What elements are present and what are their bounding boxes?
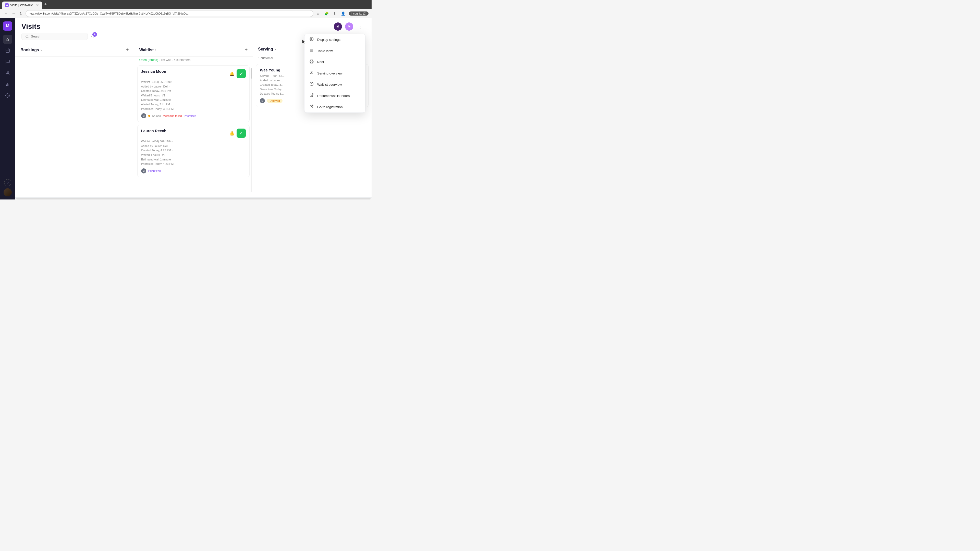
search-input[interactable] bbox=[31, 35, 82, 38]
extension-icon[interactable]: 🧩 bbox=[323, 11, 330, 17]
svg-point-11 bbox=[311, 38, 312, 40]
print-label: Print bbox=[317, 60, 324, 64]
dropdown-item-resume-waitlist-hours[interactable]: Resume waitlist hours bbox=[304, 90, 365, 101]
svg-point-4 bbox=[7, 71, 8, 73]
waitlist-chevron-icon: › bbox=[155, 48, 156, 52]
dropdown-item-serving-overview[interactable]: Serving overview bbox=[304, 68, 365, 79]
bookings-add-button[interactable]: + bbox=[126, 47, 129, 53]
org-logo[interactable]: M bbox=[3, 21, 12, 30]
more-options-button[interactable]: ⋮ bbox=[356, 22, 366, 30]
tab-close-button[interactable]: ✕ bbox=[36, 3, 39, 7]
dropdown-item-print[interactable]: Print bbox=[304, 56, 365, 68]
check-button-jessica[interactable]: ✓ bbox=[237, 69, 246, 78]
active-tab[interactable]: W Visits | Waitwhile ✕ bbox=[2, 2, 42, 9]
dropdown-item-waitlist-overview[interactable]: Waitlist overview bbox=[304, 79, 365, 90]
card-details-lauren: Waitlist · (484) 569-1184 · Added by Lau… bbox=[141, 139, 246, 166]
new-tab-button[interactable]: + bbox=[44, 2, 47, 7]
scrollbar-thumb bbox=[251, 68, 252, 79]
svg-point-9 bbox=[26, 35, 28, 37]
scrollbar-track bbox=[251, 68, 252, 192]
notification-button[interactable]: 4 bbox=[91, 34, 95, 39]
sidebar-item-help[interactable]: ? bbox=[4, 179, 11, 186]
lauren-detail-3: Created Today, 4:23 PM · bbox=[141, 148, 246, 153]
resume-waitlist-label: Resume waitlist hours bbox=[317, 94, 350, 98]
detail-line-6: Alerted Today, 3:41 PM · bbox=[141, 102, 246, 107]
tab-title: Visits | Waitwhile bbox=[10, 3, 33, 7]
delayed-badge: Delayed bbox=[267, 99, 282, 103]
prioritized-badge-jessica: Prioritized bbox=[184, 114, 196, 118]
lauren-detail-6: Prioritized Today, 4:23 PM bbox=[141, 162, 246, 166]
sidebar-item-users[interactable] bbox=[3, 68, 12, 78]
header-actions: M M ⋮ bbox=[334, 22, 366, 30]
dropdown-item-display-settings[interactable]: Display settings bbox=[304, 34, 365, 45]
profile-icon[interactable]: 👤 bbox=[340, 11, 346, 17]
prioritized-badge-lauren: Prioritized bbox=[148, 169, 161, 172]
bottom-scrollbar[interactable] bbox=[15, 197, 372, 200]
bookings-title[interactable]: Bookings › bbox=[21, 48, 42, 52]
svg-point-16 bbox=[311, 71, 312, 73]
bell-button-lauren[interactable]: 🔔 bbox=[229, 131, 234, 136]
waitlist-title[interactable]: Waitlist › bbox=[139, 48, 156, 52]
dropdown-item-go-to-registration[interactable]: Go to registration bbox=[304, 101, 365, 113]
url-input[interactable]: new.waitwhile.com/visits?filter-ex0jTf2Z… bbox=[25, 10, 313, 17]
main-content: Visits M M ⋮ 4 bbox=[15, 18, 372, 200]
card-actions-lauren: 🔔 ✓ bbox=[229, 129, 246, 138]
svg-point-8 bbox=[7, 95, 8, 96]
app-container: M ⌂ ? bbox=[0, 18, 372, 200]
waitlist-scrollbar[interactable] bbox=[251, 63, 253, 197]
waitlist-column-header: Waitlist › + bbox=[134, 43, 253, 57]
user-avatar[interactable] bbox=[3, 188, 12, 197]
waitlist-overview-label: Waitlist overview bbox=[317, 83, 342, 86]
lauren-detail-1: Waitlist · (484) 569-1184 · bbox=[141, 139, 246, 144]
back-button[interactable]: ← bbox=[3, 11, 9, 17]
sidebar-item-settings[interactable] bbox=[3, 91, 12, 100]
waitlist-body: Jessica Moon 🔔 ✓ Waitlist · (484) 569-18… bbox=[134, 63, 253, 197]
download-icon[interactable]: ⬇ bbox=[332, 11, 337, 17]
bookings-body bbox=[15, 57, 134, 197]
detail-line-7: Prioritized Today, 3:15 PM bbox=[141, 107, 246, 111]
page-header: Visits M M ⋮ bbox=[15, 18, 372, 33]
bookings-column-header: Bookings › + bbox=[15, 43, 134, 57]
detail-line-4: Waited 5 hours · #1 bbox=[141, 94, 246, 98]
customer-name-jessica: Jessica Moon bbox=[141, 69, 166, 73]
bookmark-icon[interactable]: ☆ bbox=[315, 11, 321, 17]
check-button-lauren[interactable]: ✓ bbox=[237, 129, 246, 138]
tab-bar: W Visits | Waitwhile ✕ + bbox=[0, 0, 372, 9]
sidebar-item-home[interactable]: ⌂ bbox=[3, 35, 12, 44]
card-details-jessica: Waitlist · (484) 569-1899 · Added by Lau… bbox=[141, 80, 246, 111]
waitlist-column: Waitlist › + Open (forced) · 1m wait · 5… bbox=[134, 43, 253, 197]
lauren-detail-2: Added by Lauren Deli · bbox=[141, 144, 246, 148]
waitlist-open-status: Open (forced) bbox=[139, 58, 158, 62]
browser-actions: ☆ 🧩 ⬇ 👤 Incognito (2) bbox=[315, 11, 369, 17]
notification-badge: 4 bbox=[92, 32, 97, 37]
tab-favicon: W bbox=[5, 3, 9, 7]
serving-overview-icon bbox=[309, 71, 314, 76]
waitlist-add-button[interactable]: + bbox=[245, 47, 248, 53]
sidebar-item-messages[interactable] bbox=[3, 57, 12, 66]
search-icon bbox=[25, 35, 29, 38]
card-footer-lauren: M Prioritized bbox=[141, 168, 246, 173]
detail-line-5: Estimated wait 1 minute · bbox=[141, 98, 246, 102]
customer-card-jessica: Jessica Moon 🔔 ✓ Waitlist · (484) 569-18… bbox=[137, 65, 250, 122]
detail-line-1: Waitlist · (484) 569-1899 · bbox=[141, 80, 246, 84]
forward-button[interactable]: → bbox=[11, 11, 16, 17]
user-avatar-1[interactable]: M bbox=[334, 22, 342, 30]
sidebar-item-analytics[interactable] bbox=[3, 79, 12, 89]
waitlist-status: Open (forced) · 1m wait · 5 customers bbox=[134, 57, 253, 63]
lauren-detail-4: Waited 4 hours · #2 bbox=[141, 153, 246, 157]
serving-agent-avatar: M bbox=[260, 98, 265, 103]
serving-title[interactable]: Serving › bbox=[258, 47, 275, 52]
detail-line-2: Added by Lauren Deli · bbox=[141, 84, 246, 89]
svg-rect-0 bbox=[6, 49, 10, 52]
table-view-label: Table view bbox=[317, 49, 333, 53]
bell-button-jessica[interactable]: 🔔 bbox=[229, 71, 234, 76]
serving-chevron-icon: › bbox=[275, 47, 276, 51]
dropdown-item-table-view[interactable]: Table view bbox=[304, 45, 365, 56]
sidebar-item-calendar[interactable] bbox=[3, 46, 12, 55]
user-avatar-2[interactable]: M bbox=[345, 22, 353, 30]
card-actions-jessica: 🔔 ✓ bbox=[229, 69, 246, 78]
print-icon bbox=[309, 59, 314, 65]
msg-failed-badge: Message failed bbox=[163, 114, 182, 118]
customer-card-lauren: Lauren Reech 🔔 ✓ Waitlist · (484) 569-11… bbox=[137, 125, 250, 177]
reload-button[interactable]: ↻ bbox=[18, 11, 24, 17]
